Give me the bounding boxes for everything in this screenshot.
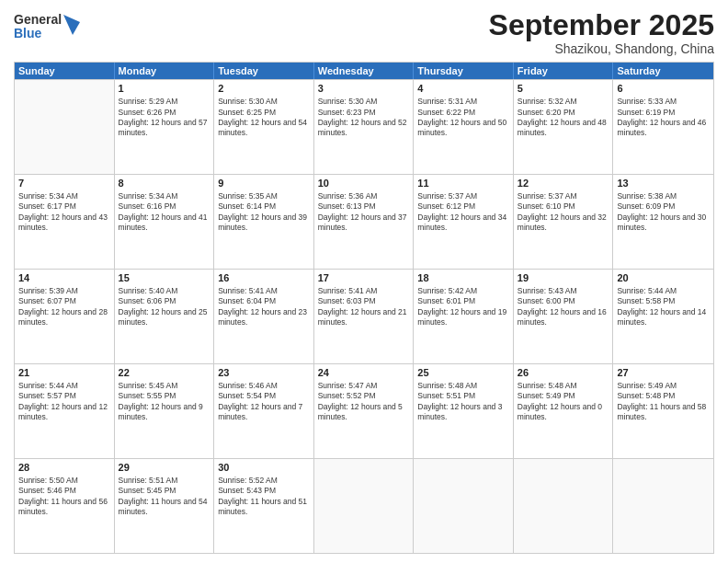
daylight-text: Daylight: 12 hours and 50 minutes. [417, 118, 506, 137]
calendar-cell: 14Sunrise: 5:39 AMSunset: 6:07 PMDayligh… [15, 270, 115, 363]
sunset-text: Sunset: 6:01 PM [417, 296, 475, 305]
sunrise-text: Sunrise: 5:45 AM [119, 381, 178, 390]
day-number: 11 [417, 177, 509, 190]
calendar-cell: 13Sunrise: 5:38 AMSunset: 6:09 PMDayligh… [613, 175, 713, 269]
sunrise-text: Sunrise: 5:40 AM [119, 286, 178, 295]
daylight-text: Daylight: 12 hours and 25 minutes. [119, 307, 208, 327]
sunset-text: Sunset: 5:58 PM [617, 296, 675, 305]
calendar-cell [514, 459, 614, 553]
sunset-text: Sunset: 6:17 PM [18, 201, 76, 211]
sunrise-text: Sunrise: 5:44 AM [617, 286, 677, 295]
daylight-text: Daylight: 12 hours and 34 minutes. [417, 213, 506, 232]
sunset-text: Sunset: 5:49 PM [518, 391, 575, 400]
calendar-cell: 8Sunrise: 5:34 AMSunset: 6:16 PMDaylight… [115, 175, 215, 269]
sunrise-text: Sunrise: 5:48 AM [417, 381, 477, 390]
calendar-header: SundayMondayTuesdayWednesdayThursdayFrid… [15, 63, 713, 79]
calendar-cell: 25Sunrise: 5:48 AMSunset: 5:51 PMDayligh… [414, 364, 514, 458]
sunset-text: Sunset: 6:13 PM [318, 201, 376, 211]
sunset-text: Sunset: 6:03 PM [318, 296, 376, 305]
sunrise-text: Sunrise: 5:36 AM [318, 191, 378, 201]
daylight-text: Daylight: 12 hours and 48 minutes. [518, 118, 607, 137]
sunrise-text: Sunrise: 5:38 AM [617, 191, 677, 201]
day-number: 1 [119, 82, 210, 96]
title-location: Shazikou, Shandong, China [489, 41, 714, 56]
daylight-text: Daylight: 12 hours and 32 minutes. [518, 213, 607, 232]
calendar-cell: 24Sunrise: 5:47 AMSunset: 5:52 PMDayligh… [314, 364, 415, 458]
sunrise-text: Sunrise: 5:33 AM [617, 97, 677, 106]
sunrise-text: Sunrise: 5:32 AM [518, 97, 577, 106]
calendar-week-row: 28Sunrise: 5:50 AMSunset: 5:46 PMDayligh… [15, 458, 713, 553]
calendar-cell [613, 459, 713, 553]
sunrise-text: Sunrise: 5:51 AM [119, 476, 178, 485]
calendar-cell: 23Sunrise: 5:46 AMSunset: 5:54 PMDayligh… [214, 364, 314, 458]
calendar-cell: 6Sunrise: 5:33 AMSunset: 6:19 PMDaylight… [613, 80, 713, 174]
sunrise-text: Sunrise: 5:49 AM [617, 381, 677, 390]
calendar-cell: 27Sunrise: 5:49 AMSunset: 5:48 PMDayligh… [613, 364, 713, 458]
sunset-text: Sunset: 6:10 PM [518, 201, 575, 211]
header: General Blue September 2025 Shazikou, Sh… [14, 9, 714, 56]
sunrise-text: Sunrise: 5:34 AM [18, 191, 78, 201]
daylight-text: Daylight: 12 hours and 16 minutes. [518, 307, 607, 327]
day-number: 24 [318, 366, 410, 380]
sunrise-text: Sunrise: 5:42 AM [417, 286, 477, 295]
sunset-text: Sunset: 6:26 PM [119, 108, 176, 117]
calendar-cell: 3Sunrise: 5:30 AMSunset: 6:23 PMDaylight… [314, 80, 415, 174]
sunset-text: Sunset: 6:00 PM [518, 296, 575, 305]
sunset-text: Sunset: 6:25 PM [218, 108, 276, 117]
calendar-cell: 18Sunrise: 5:42 AMSunset: 6:01 PMDayligh… [414, 270, 514, 363]
calendar-cell: 28Sunrise: 5:50 AMSunset: 5:46 PMDayligh… [15, 459, 115, 553]
daylight-text: Daylight: 12 hours and 19 minutes. [417, 307, 506, 327]
sunset-text: Sunset: 6:14 PM [218, 201, 276, 211]
sunset-text: Sunset: 5:54 PM [218, 391, 276, 400]
day-number: 27 [617, 366, 710, 380]
sunrise-text: Sunrise: 5:39 AM [18, 286, 78, 295]
sunrise-text: Sunrise: 5:30 AM [218, 97, 278, 106]
calendar-day-header: Thursday [414, 63, 514, 79]
daylight-text: Daylight: 12 hours and 39 minutes. [218, 213, 307, 232]
sunset-text: Sunset: 6:19 PM [617, 108, 675, 117]
sunrise-text: Sunrise: 5:34 AM [119, 191, 178, 201]
calendar-cell: 16Sunrise: 5:41 AMSunset: 6:04 PMDayligh… [214, 270, 314, 363]
daylight-text: Daylight: 12 hours and 30 minutes. [617, 213, 706, 232]
sunset-text: Sunset: 5:45 PM [119, 486, 176, 495]
calendar-cell: 9Sunrise: 5:35 AMSunset: 6:14 PMDaylight… [214, 175, 314, 269]
sunset-text: Sunset: 6:07 PM [18, 296, 76, 305]
sunrise-text: Sunrise: 5:48 AM [518, 381, 577, 390]
calendar-cell: 21Sunrise: 5:44 AMSunset: 5:57 PMDayligh… [15, 364, 115, 458]
daylight-text: Daylight: 12 hours and 52 minutes. [318, 118, 407, 137]
logo-general-text: General [14, 13, 62, 27]
logo-blue-text: Blue [14, 27, 62, 40]
daylight-text: Daylight: 11 hours and 58 minutes. [617, 402, 706, 421]
daylight-text: Daylight: 12 hours and 28 minutes. [18, 307, 108, 327]
day-number: 16 [218, 271, 310, 285]
day-number: 5 [518, 82, 609, 96]
daylight-text: Daylight: 12 hours and 43 minutes. [18, 213, 108, 232]
calendar-day-header: Sunday [15, 63, 115, 79]
daylight-text: Daylight: 11 hours and 56 minutes. [18, 497, 108, 516]
calendar-cell: 12Sunrise: 5:37 AMSunset: 6:10 PMDayligh… [514, 175, 614, 269]
sunrise-text: Sunrise: 5:41 AM [318, 286, 378, 295]
calendar-cell: 17Sunrise: 5:41 AMSunset: 6:03 PMDayligh… [314, 270, 415, 363]
day-number: 21 [18, 366, 110, 380]
calendar-cell: 15Sunrise: 5:40 AMSunset: 6:06 PMDayligh… [115, 270, 215, 363]
calendar-day-header: Monday [115, 63, 215, 79]
calendar-cell: 19Sunrise: 5:43 AMSunset: 6:00 PMDayligh… [514, 270, 614, 363]
sunset-text: Sunset: 5:52 PM [318, 391, 376, 400]
day-number: 30 [218, 461, 310, 475]
calendar-cell: 30Sunrise: 5:52 AMSunset: 5:43 PMDayligh… [214, 459, 314, 553]
sunrise-text: Sunrise: 5:41 AM [218, 286, 278, 295]
logo: General Blue [14, 13, 80, 41]
sunset-text: Sunset: 5:55 PM [119, 391, 176, 400]
day-number: 15 [119, 271, 210, 285]
calendar-day-header: Friday [514, 63, 614, 79]
sunrise-text: Sunrise: 5:35 AM [218, 191, 278, 201]
sunset-text: Sunset: 5:51 PM [417, 391, 475, 400]
calendar-cell: 2Sunrise: 5:30 AMSunset: 6:25 PMDaylight… [214, 80, 314, 174]
daylight-text: Daylight: 12 hours and 5 minutes. [318, 402, 403, 421]
daylight-text: Daylight: 12 hours and 46 minutes. [617, 118, 706, 137]
daylight-text: Daylight: 12 hours and 23 minutes. [218, 307, 307, 327]
sunset-text: Sunset: 5:43 PM [218, 486, 276, 495]
sunrise-text: Sunrise: 5:29 AM [119, 97, 178, 106]
sunrise-text: Sunrise: 5:44 AM [18, 381, 78, 390]
calendar-cell: 11Sunrise: 5:37 AMSunset: 6:12 PMDayligh… [414, 175, 514, 269]
